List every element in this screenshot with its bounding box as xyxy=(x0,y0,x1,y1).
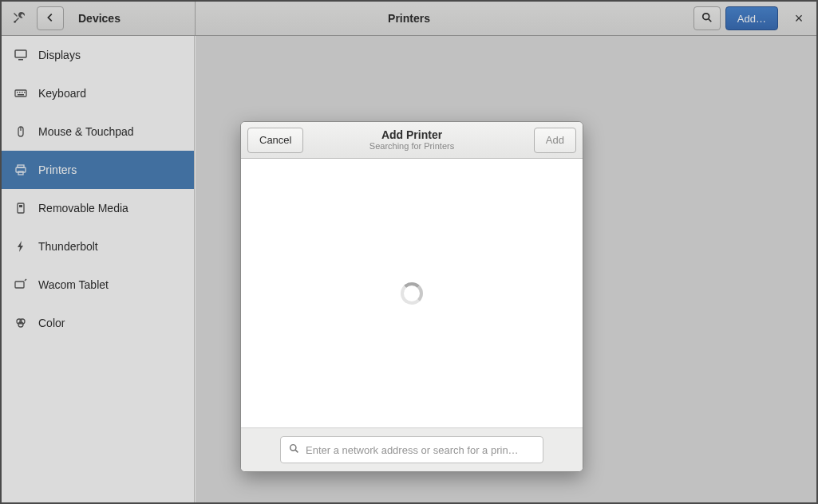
sidebar-item-label: Keyboard xyxy=(38,87,86,100)
svg-rect-6 xyxy=(19,92,21,93)
svg-rect-5 xyxy=(17,92,18,93)
sidebar-item-keyboard[interactable]: Keyboard xyxy=(2,74,194,112)
mouse-icon xyxy=(14,125,27,138)
svg-line-18 xyxy=(25,279,26,281)
sidebar-item-color[interactable]: Color xyxy=(2,304,194,342)
svg-rect-2 xyxy=(15,50,26,57)
color-icon xyxy=(14,317,27,329)
sidebar-item-label: Printers xyxy=(38,163,77,176)
sidebar-item-label: Wacom Tablet xyxy=(38,278,109,291)
svg-point-22 xyxy=(290,445,296,451)
display-icon xyxy=(14,49,27,61)
close-button[interactable]: × xyxy=(788,7,810,30)
dialog-title-box: Add Printer Searching for Printers xyxy=(369,129,454,151)
search-icon xyxy=(701,12,713,26)
settings-tools-icon xyxy=(13,11,27,26)
tablet-icon xyxy=(14,278,27,291)
svg-line-1 xyxy=(709,18,712,22)
dialog-cancel-button[interactable]: Cancel xyxy=(247,128,303,153)
svg-rect-3 xyxy=(18,59,23,61)
dialog-footer xyxy=(241,427,583,471)
search-icon xyxy=(289,443,299,457)
add-printer-dialog: Cancel Add Printer Searching for Printer… xyxy=(240,121,583,472)
chevron-left-icon xyxy=(45,12,56,26)
svg-rect-9 xyxy=(18,94,24,96)
sidebar-item-wacom[interactable]: Wacom Tablet xyxy=(2,266,194,304)
svg-rect-14 xyxy=(18,171,23,175)
svg-rect-15 xyxy=(18,203,24,213)
loading-spinner-icon xyxy=(401,282,423,305)
sidebar-item-label: Removable Media xyxy=(38,202,128,215)
headerbar: Devices Printers Add… × xyxy=(2,2,816,36)
headerbar-left: Devices xyxy=(2,6,121,30)
dialog-header: Cancel Add Printer Searching for Printer… xyxy=(241,122,583,159)
svg-rect-16 xyxy=(19,205,22,207)
sidebar-item-displays[interactable]: Displays xyxy=(2,36,194,74)
keyboard-icon xyxy=(14,87,27,100)
printer-icon xyxy=(14,163,27,176)
printer-search-field[interactable] xyxy=(280,436,543,463)
sidebar-item-thunderbolt[interactable]: Thunderbolt xyxy=(2,227,194,266)
back-button[interactable] xyxy=(37,6,64,30)
sidebar-item-label: Thunderbolt xyxy=(38,240,98,253)
dialog-add-label: Add xyxy=(546,134,564,146)
headerbar-right: Add… × xyxy=(694,6,816,30)
svg-rect-17 xyxy=(15,282,24,288)
dialog-body xyxy=(241,159,583,427)
svg-rect-7 xyxy=(22,92,23,93)
dialog-cancel-label: Cancel xyxy=(259,134,291,146)
close-icon: × xyxy=(795,10,804,26)
sidebar: Displays Keyboard Mouse & Touchpad Print… xyxy=(2,36,195,502)
svg-rect-4 xyxy=(15,90,26,96)
sidebar-item-printers[interactable]: Printers xyxy=(2,151,194,189)
sidebar-item-label: Color xyxy=(38,317,65,329)
svg-line-23 xyxy=(295,450,298,452)
search-button[interactable] xyxy=(694,6,721,30)
devices-label: Devices xyxy=(78,12,121,25)
dialog-title: Add Printer xyxy=(369,129,454,141)
sidebar-item-mouse[interactable]: Mouse & Touchpad xyxy=(2,112,194,151)
thunderbolt-icon xyxy=(14,240,27,253)
svg-rect-8 xyxy=(24,92,26,93)
page-title: Printers xyxy=(388,12,430,25)
sidebar-item-label: Displays xyxy=(38,49,81,61)
add-button-label: Add… xyxy=(737,13,766,25)
removable-media-icon xyxy=(14,202,27,215)
sidebar-item-removable-media[interactable]: Removable Media xyxy=(2,189,194,227)
dialog-add-button: Add xyxy=(534,128,576,153)
headerbar-divider xyxy=(195,2,196,35)
svg-point-0 xyxy=(703,13,709,19)
printer-search-input[interactable] xyxy=(306,444,535,456)
dialog-subtitle: Searching for Printers xyxy=(369,141,454,151)
sidebar-item-label: Mouse & Touchpad xyxy=(38,125,134,138)
add-printer-button[interactable]: Add… xyxy=(725,6,778,30)
